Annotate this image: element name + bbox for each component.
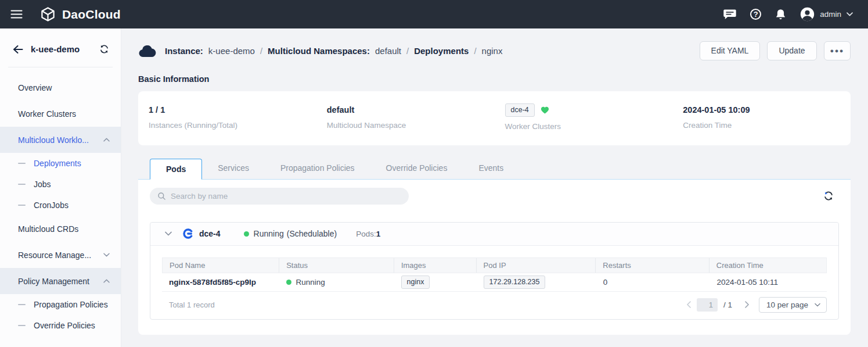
column-header-pod-name: Pod Name <box>163 258 279 273</box>
dash-icon <box>18 163 26 164</box>
chevron-down-icon <box>103 253 110 257</box>
prev-page-icon[interactable] <box>685 300 692 309</box>
sidebar-group-multicloud-workloads[interactable]: Multicloud Worklo... <box>0 127 121 153</box>
basic-information-title: Basic Information <box>138 74 851 84</box>
tab-override-policies[interactable]: Override Policies <box>370 158 463 179</box>
message-icon[interactable] <box>723 9 736 20</box>
sidebar-item-label: Override Policies <box>34 321 95 330</box>
field-label: Instances (Running/Total) <box>149 121 316 130</box>
chevron-up-icon <box>103 138 110 142</box>
column-header-pod-ip: Pod IP <box>477 258 596 273</box>
more-actions-button[interactable]: ●●● <box>824 41 851 60</box>
status-text: Running <box>296 278 325 287</box>
field-instances: 1 / 1 Instances (Running/Total) <box>138 103 316 131</box>
cluster-group-header[interactable]: dce-4 Running (Schedulable) Pods:1 <box>150 223 838 246</box>
tab-services[interactable]: Services <box>202 158 265 179</box>
cluster-pods-count: Pods:1 <box>356 230 380 238</box>
heart-icon <box>541 106 549 114</box>
sidebar-item-overview[interactable]: Overview <box>0 74 121 101</box>
field-value: 1 / 1 <box>149 103 316 116</box>
breadcrumb-resource-name: nginx <box>482 46 503 56</box>
help-icon[interactable]: ? <box>750 9 761 20</box>
detail-tabs: Pods Services Propagation Policies Overr… <box>138 158 851 180</box>
cluster-tag[interactable]: dce-4 <box>505 103 535 117</box>
sidebar-group-policy-management[interactable]: Policy Management <box>0 268 121 294</box>
sidebar-group-resource-management[interactable]: Resource Manage... <box>0 242 121 268</box>
breadcrumb-separator: / <box>260 46 262 56</box>
brand[interactable]: DaoCloud <box>40 6 121 22</box>
page-number-input[interactable] <box>697 298 718 312</box>
table-row[interactable]: nginx-5878fd5f85-cp9lp Running nginx 172… <box>162 273 827 292</box>
cell-restarts: 0 <box>596 278 710 287</box>
tab-events[interactable]: Events <box>463 158 519 179</box>
status-dot <box>244 231 249 237</box>
sidebar-item-deployments[interactable]: Deployments <box>0 153 121 174</box>
sidebar-item-label: Worker Clusters <box>18 109 76 119</box>
cell-images: nginx <box>394 276 477 289</box>
hamburger-icon[interactable] <box>10 10 23 19</box>
column-header-restarts: Restarts <box>596 258 709 273</box>
page-total: / 1 <box>723 301 732 309</box>
table-header-row: Pod Name Status Images Pod IP Restarts C… <box>162 257 827 273</box>
username: admin <box>820 10 841 19</box>
breadcrumb-instance-label: Instance: <box>165 46 203 56</box>
sidebar-item-propagation-policies[interactable]: Propagation Policies <box>0 294 121 315</box>
field-value: 2024-01-05 10:09 <box>683 103 851 116</box>
dash-icon <box>18 205 26 206</box>
main-content: Instance: k-uee-demo / Multicloud Namesp… <box>121 28 868 347</box>
sidebar-item-cronjobs[interactable]: CronJobs <box>0 195 121 216</box>
search-input[interactable] <box>150 188 409 205</box>
sidebar-item-multicloud-crds[interactable]: Multicloud CRDs <box>0 216 121 242</box>
dash-icon <box>18 184 26 185</box>
next-page-icon[interactable] <box>744 300 751 309</box>
sidebar-item-worker-clusters[interactable]: Worker Clusters <box>0 101 121 127</box>
breadcrumb-namespace-value[interactable]: default <box>375 46 401 56</box>
sync-icon[interactable] <box>99 44 109 54</box>
cluster-name: dce-4 <box>199 229 221 238</box>
search-box <box>150 188 409 205</box>
field-namespace: default Multicloud Namespace <box>316 103 495 131</box>
sidebar-item-label: Resource Manage... <box>18 251 91 260</box>
edit-yaml-button[interactable]: Edit YAML <box>700 41 761 60</box>
page-actions: Edit YAML Update ●●● <box>700 41 851 60</box>
column-header-creation-time: Creation Time <box>709 258 826 273</box>
update-button[interactable]: Update <box>767 41 816 60</box>
field-label: Creation Time <box>683 121 851 130</box>
sidebar-header: k-uee-demo <box>0 28 121 65</box>
cluster-status-detail: (Schedulable) <box>287 229 337 238</box>
breadcrumb-instance-value[interactable]: k-uee-demo <box>208 46 255 56</box>
refresh-icon[interactable] <box>822 189 835 203</box>
image-tag[interactable]: nginx <box>401 276 430 289</box>
brand-name: DaoCloud <box>62 8 121 22</box>
sidebar-item-label: Policy Management <box>18 277 89 286</box>
tab-propagation-policies[interactable]: Propagation Policies <box>265 158 370 179</box>
search-icon <box>157 192 166 203</box>
sidebar-item-label: Deployments <box>34 159 81 168</box>
sidebar-item-override-policies[interactable]: Override Policies <box>0 315 121 336</box>
cluster-group: dce-4 Running (Schedulable) Pods:1 Pod N… <box>150 222 839 320</box>
chevron-down-icon <box>815 303 820 307</box>
tab-pods[interactable]: Pods <box>150 159 202 180</box>
table-footer: Total 1 record / 1 10 per page <box>162 292 827 318</box>
page-size-select[interactable]: 10 per page <box>759 297 827 313</box>
back-arrow-icon[interactable] <box>13 45 23 54</box>
status-dot <box>286 280 291 285</box>
pods-panel: dce-4 Running (Schedulable) Pods:1 Pod N… <box>138 180 851 335</box>
pod-ip-tag[interactable]: 172.29.128.235 <box>484 276 546 289</box>
breadcrumb-deployments[interactable]: Deployments <box>414 46 469 56</box>
sidebar-item-label: Jobs <box>34 180 51 189</box>
user-menu[interactable]: admin <box>800 7 853 22</box>
chevron-up-icon <box>103 279 110 283</box>
cell-pod-name[interactable]: nginx-5878fd5f85-cp9lp <box>162 278 279 287</box>
bell-icon[interactable] <box>775 9 786 20</box>
field-label: Worker Clusters <box>505 122 673 131</box>
cluster-status: Running <box>254 229 284 238</box>
sidebar-item-label: CronJobs <box>34 201 69 210</box>
sidebar-item-label: Multicloud CRDs <box>18 224 78 234</box>
total-records: Total 1 record <box>162 301 215 309</box>
collapse-chevron-icon[interactable] <box>165 231 172 236</box>
pagination: / 1 10 per page <box>685 297 827 313</box>
sidebar-item-jobs[interactable]: Jobs <box>0 174 121 195</box>
dash-icon <box>18 304 26 305</box>
pods-label: Pods: <box>356 230 376 238</box>
